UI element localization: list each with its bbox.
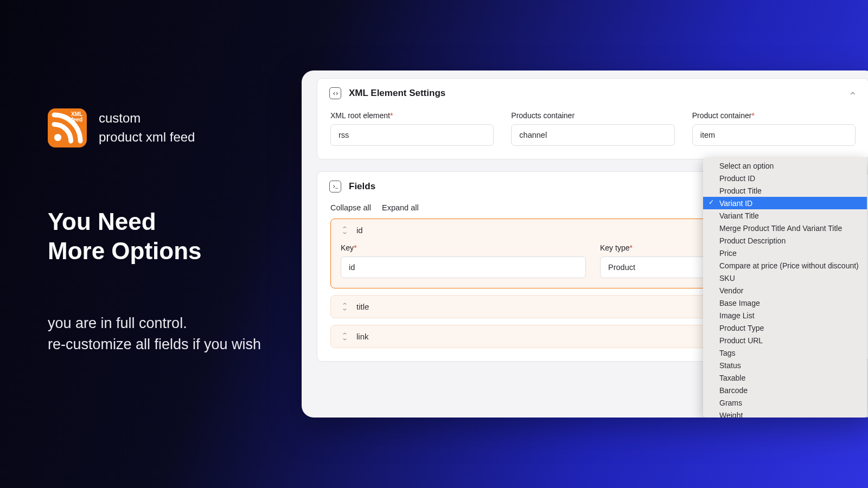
subheadline: you are in full control. re-customize al…	[48, 313, 265, 355]
brand-text: custom product xml feed	[99, 109, 195, 147]
collapse-all-button[interactable]: Collapse all	[330, 203, 371, 212]
brand-block: XML feed custom product xml feed	[48, 108, 276, 147]
dropdown-option[interactable]: Vendor	[703, 284, 867, 297]
key-label: Key	[341, 243, 354, 252]
field-item-id-name: id	[356, 226, 363, 235]
headline: You Need More Options	[48, 207, 276, 265]
value-dropdown[interactable]: Select an optionProduct IDProduct TitleV…	[703, 157, 867, 418]
xml-root-label: XML root element	[330, 111, 390, 120]
dropdown-option[interactable]: Product URL	[703, 334, 867, 346]
drag-handle-icon[interactable]	[341, 332, 349, 341]
terminal-icon	[329, 181, 341, 192]
dropdown-option[interactable]: Barcode	[703, 384, 867, 396]
dropdown-option[interactable]: Weight	[703, 409, 867, 418]
products-container-input[interactable]	[511, 124, 674, 146]
dropdown-option[interactable]: Product Title	[703, 184, 867, 197]
dropdown-option[interactable]: Product ID	[703, 172, 867, 184]
dropdown-option[interactable]: Price	[703, 247, 867, 259]
product-container-label: Product container	[692, 111, 752, 120]
products-container-field: Products container	[511, 111, 674, 146]
xml-root-input[interactable]	[330, 124, 494, 146]
xml-settings-title: XML Element Settings	[349, 88, 445, 99]
xml-settings-header[interactable]: XML Element Settings	[317, 79, 868, 108]
dropdown-option[interactable]: Tags	[703, 346, 867, 359]
dropdown-option[interactable]: Compare at price (Price without discount…	[703, 259, 867, 272]
key-input[interactable]	[341, 256, 586, 278]
marketing-pane: XML feed custom product xml feed You Nee…	[48, 108, 276, 355]
dropdown-option[interactable]: Grams	[703, 396, 867, 409]
key-type-label: Key type	[600, 243, 629, 252]
product-container-field: Product container*	[692, 111, 856, 146]
products-container-label: Products container	[511, 111, 575, 120]
field-item-title-name: title	[356, 302, 369, 311]
fields-title: Fields	[349, 181, 375, 192]
dropdown-option[interactable]: Base Image	[703, 297, 867, 309]
dropdown-option[interactable]: Image List	[703, 309, 867, 322]
dropdown-option[interactable]: Variant ID	[703, 197, 867, 209]
key-type-value: Product	[608, 263, 635, 272]
dropdown-option[interactable]: Status	[703, 359, 867, 371]
dropdown-option[interactable]: Taxable	[703, 371, 867, 384]
chevron-up-icon[interactable]	[849, 89, 857, 97]
dropdown-option[interactable]: Select an option	[703, 159, 867, 172]
dropdown-option[interactable]: SKU	[703, 272, 867, 284]
logo-badge: XML feed	[71, 112, 82, 123]
dropdown-option[interactable]: Product Type	[703, 322, 867, 334]
dropdown-option[interactable]: Merge Product Title And Variant Title	[703, 222, 867, 234]
product-container-input[interactable]	[692, 124, 856, 146]
xml-settings-card: XML Element Settings XML root element* P…	[317, 78, 868, 159]
dropdown-option[interactable]: Product Description	[703, 234, 867, 247]
dropdown-option[interactable]: Variant Title	[703, 209, 867, 222]
svg-point-0	[54, 134, 61, 141]
xml-root-field: XML root element*	[330, 111, 494, 146]
drag-handle-icon[interactable]	[341, 226, 349, 234]
app-logo-icon: XML feed	[48, 108, 87, 147]
drag-handle-icon[interactable]	[341, 303, 349, 311]
app-panel: XML Element Settings XML root element* P…	[302, 70, 868, 418]
field-item-link-name: link	[356, 332, 369, 341]
code-icon	[329, 87, 341, 99]
expand-all-button[interactable]: Expand all	[382, 203, 419, 212]
